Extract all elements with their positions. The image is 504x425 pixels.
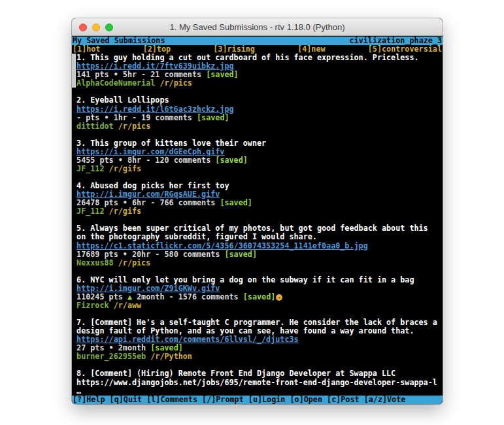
window-titlebar[interactable]: 1. My Saved Submissions - rtv 1.18.0 (Py… bbox=[72, 18, 443, 36]
tab-new[interactable]: [4]new bbox=[297, 45, 325, 54]
author-name[interactable]: dittidot bbox=[76, 122, 114, 131]
subreddit-name[interactable]: /r/gifs bbox=[109, 207, 142, 216]
saved-badge: [saved] bbox=[206, 70, 239, 79]
zoom-button[interactable] bbox=[105, 24, 113, 31]
age-and-comments: 20hr - 580 comments bbox=[132, 250, 220, 259]
shortcut-bar-text: [?]Help [q]Quit [l]Comments [/]Prompt [u… bbox=[73, 396, 405, 404]
author-name[interactable]: JF_112 bbox=[76, 207, 104, 216]
submission-title: 2. Eyeball Lollipops bbox=[76, 96, 443, 105]
saved-badge: [saved] bbox=[150, 343, 183, 352]
submission-byline: JF_112 /r/gifs bbox=[76, 207, 443, 216]
logged-in-username: civilization_phaze_3 bbox=[350, 37, 442, 45]
traffic-lights bbox=[79, 24, 113, 31]
subreddit-name[interactable]: /r/aww bbox=[114, 301, 141, 310]
points-value: 26478 pts bbox=[76, 198, 118, 207]
subreddit-name[interactable]: /r/pics bbox=[118, 258, 151, 267]
submission-title: 6. NYC will only let you bring a dog on … bbox=[76, 276, 443, 284]
window-title: 1. My Saved Submissions - rtv 1.18.0 (Py… bbox=[72, 22, 443, 32]
author-name[interactable]: AlphaCodeNumerial bbox=[76, 78, 155, 88]
author-name[interactable]: Nexxus88 bbox=[76, 258, 114, 267]
submission-row[interactable]: 3. This group of kittens love their owne… bbox=[76, 139, 443, 173]
subreddit-name[interactable]: /r/gifs bbox=[109, 164, 142, 173]
minimize-button[interactable] bbox=[92, 24, 100, 31]
submission-row[interactable]: 6. NYC will only let you bring a dog on … bbox=[76, 276, 443, 310]
submission-title: 7. [Comment] He's a self-taught C progra… bbox=[76, 318, 443, 335]
vote-indicator-icon: ▲ bbox=[127, 292, 132, 301]
subreddit-name[interactable]: /r/pics bbox=[160, 78, 192, 88]
tab-rising[interactable]: [3]rising bbox=[213, 45, 255, 54]
submission-row[interactable]: 5. Always been super critical of my phot… bbox=[76, 224, 443, 267]
submission-list: 1. This guy holding a cut out cardboard … bbox=[72, 54, 443, 396]
submission-row[interactable]: 1. This guy holding a cut out cardboard … bbox=[76, 54, 443, 88]
points-value: 110245 pts bbox=[76, 292, 123, 301]
subreddit-name[interactable]: /r/Python bbox=[150, 352, 192, 361]
rtv-header-bar: My Saved Submissions civilization_phaze_… bbox=[72, 37, 443, 45]
saved-badge: [saved] bbox=[215, 156, 248, 165]
submission-byline: Nexxus88 /r/pics bbox=[76, 259, 443, 267]
submission-title: 8. [Comment] (Hiring) Remote Front End D… bbox=[76, 369, 443, 378]
submission-byline: JF_112 /r/gifs bbox=[76, 165, 443, 173]
age-and-comments: 2month - 1576 comments bbox=[137, 292, 239, 301]
points-value: 27 pts bbox=[76, 343, 104, 352]
tab-top[interactable]: [2]top bbox=[143, 45, 171, 54]
submission-title: 3. This group of kittens love their owne… bbox=[76, 139, 443, 148]
submission-row[interactable]: 4. Abused dog picks her first toy http:/… bbox=[76, 182, 443, 216]
terminal-window: 1. My Saved Submissions - rtv 1.18.0 (Py… bbox=[72, 18, 443, 404]
points-value: - pts bbox=[76, 113, 99, 122]
selection-cursor-bar bbox=[72, 54, 76, 88]
gilded-star-icon: ★ bbox=[276, 294, 282, 301]
subreddit-name[interactable]: /r/pics bbox=[118, 122, 151, 131]
age-and-comments: 2month bbox=[118, 343, 146, 352]
submission-title: 5. Always been super critical of my phot… bbox=[76, 224, 443, 241]
tab-controversial[interactable]: [5]controversial bbox=[368, 45, 442, 54]
close-button[interactable] bbox=[79, 24, 87, 31]
submission-byline: dittidot /r/pics bbox=[76, 122, 443, 131]
points-value: 17689 pts bbox=[76, 250, 118, 259]
points-value: 5455 pts bbox=[76, 156, 114, 165]
saved-badge: [saved] bbox=[243, 292, 276, 301]
saved-badge: [saved] bbox=[220, 198, 252, 207]
vote-indicator-icon: • bbox=[123, 250, 127, 259]
terminal-screen[interactable]: My Saved Submissions civilization_phaze_… bbox=[72, 37, 443, 404]
vote-indicator-icon: • bbox=[118, 156, 123, 165]
page-title: My Saved Submissions bbox=[73, 37, 165, 45]
submission-byline: Fizrock /r/aww bbox=[76, 301, 443, 310]
submission-byline: AlphaCodeNumerial /r/pics bbox=[76, 79, 443, 88]
submission-row[interactable]: 2. Eyeball Lollipops https://i.redd.it/l… bbox=[76, 96, 443, 130]
age-and-comments: 8hr - 120 comments bbox=[127, 156, 210, 165]
submission-link[interactable]: https://www.djangojobs.net/jobs/695/remo… bbox=[76, 379, 443, 387]
submission-row[interactable]: 7. [Comment] He's a self-taught C progra… bbox=[76, 318, 443, 361]
shortcut-bar: [?]Help [q]Quit [l]Comments [/]Prompt [u… bbox=[72, 396, 443, 404]
truncation-ellipsis: … bbox=[76, 387, 443, 396]
vote-indicator-icon: • bbox=[105, 113, 109, 122]
points-value: 141 pts bbox=[76, 70, 109, 79]
vote-indicator-icon: • bbox=[114, 70, 118, 79]
author-name[interactable]: Fizrock bbox=[76, 301, 109, 310]
submission-row[interactable]: 8. [Comment] (Hiring) Remote Front End D… bbox=[76, 369, 443, 395]
vote-indicator-icon: • bbox=[109, 343, 114, 352]
saved-badge: [saved] bbox=[197, 113, 229, 122]
author-name[interactable]: JF_112 bbox=[76, 164, 104, 173]
submission-byline: burner_262955eb /r/Python bbox=[76, 352, 443, 361]
vote-indicator-icon: • bbox=[123, 198, 127, 207]
age-and-comments: 6hr - 766 comments bbox=[132, 198, 215, 207]
tab-hot[interactable]: [1]hot bbox=[73, 45, 100, 54]
saved-badge: [saved] bbox=[224, 250, 257, 259]
author-name[interactable]: burner_262955eb bbox=[76, 352, 146, 361]
age-and-comments: 5hr - 21 comments bbox=[123, 70, 201, 79]
sort-tabs: [1]hot [2]top [3]rising [4]new [5]contro… bbox=[72, 45, 443, 54]
age-and-comments: 1hr - 19 comments bbox=[114, 113, 192, 122]
